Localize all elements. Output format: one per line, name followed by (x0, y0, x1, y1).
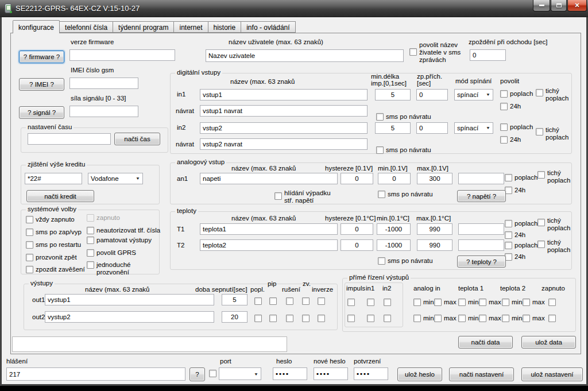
checkbox-box[interactable] (26, 266, 33, 273)
t1-max-input[interactable] (417, 223, 452, 235)
in2-24h-checkbox[interactable]: 24h (500, 136, 521, 144)
out2-time-input[interactable] (222, 311, 247, 323)
t2-extra-input[interactable] (458, 239, 504, 251)
out1-ruseni-checkbox[interactable] (286, 297, 293, 305)
checkbox-box[interactable] (523, 299, 530, 306)
in2-poplach-checkbox[interactable]: poplach (500, 123, 533, 131)
voltage-query-button[interactable]: ? napětí ? (457, 190, 506, 202)
checkbox-vzdy-zapnuto[interactable]: vždy zapnuto (26, 216, 75, 223)
in2-mode-select[interactable]: spínací▼ (454, 122, 493, 134)
out2-zapnuto-checkbox[interactable] (548, 315, 556, 322)
an1-sms-checkbox[interactable]: sms po návratu (378, 191, 433, 198)
in2-minlen-input[interactable] (375, 122, 411, 134)
out2-popl-checkbox[interactable] (254, 315, 262, 322)
out1-time-input[interactable] (222, 294, 247, 305)
an1-max-input[interactable] (417, 173, 452, 184)
port-select[interactable]: ▼ (219, 367, 261, 380)
checkbox-box[interactable] (26, 254, 33, 261)
checkbox-jednoduche-prozvoneni[interactable]: jednoduché prozvonění (87, 261, 137, 276)
in2-zp-input[interactable] (416, 122, 448, 134)
t2-24h-checkbox[interactable]: 24h (505, 253, 525, 261)
t1-min-input[interactable] (377, 223, 411, 235)
checkbox-sms-po-zap-vyp[interactable]: sms po zap/vyp (26, 229, 82, 236)
exit-delay-input[interactable] (470, 49, 506, 61)
in1-24h-checkbox[interactable]: 24h (500, 103, 521, 110)
checkbox-box[interactable] (87, 249, 94, 257)
checkbox-box[interactable] (376, 146, 384, 154)
in1-poplach-checkbox[interactable]: poplach (500, 90, 533, 98)
checkbox-box[interactable] (500, 136, 508, 144)
checkbox-box[interactable] (537, 171, 545, 179)
load-data-button[interactable]: načti data (458, 336, 513, 349)
out1-name-input[interactable] (45, 294, 214, 305)
checkbox-box[interactable] (26, 241, 33, 249)
credit-code-input[interactable] (25, 173, 82, 184)
out2-inverze-checkbox[interactable] (318, 315, 325, 322)
out1-teplota1-min-checkbox[interactable]: min (458, 299, 479, 306)
checkbox-prozvonit-zpet[interactable]: prozvonit zpět (26, 254, 77, 261)
tab-telefonni-cisla[interactable]: telefonní čísla (60, 21, 113, 33)
out1-popl-checkbox[interactable] (254, 297, 262, 305)
t1-tichy-poplach-checkbox[interactable]: tichý poplach (537, 217, 572, 232)
out2-in2-checkbox[interactable] (384, 315, 391, 322)
minimize-button[interactable] (533, 0, 550, 11)
load-settings-button[interactable]: načti nastavení (449, 367, 514, 381)
t2-hyst-input[interactable] (341, 239, 373, 251)
return2-name-input[interactable] (200, 138, 368, 150)
out2-analog-max-checkbox[interactable]: max (434, 315, 457, 322)
an1-extra-input[interactable] (458, 173, 504, 184)
tab-konfigurace[interactable]: konfigurace (13, 20, 60, 33)
checkbox-user-name-in-sms[interactable]: povolit název živatele v sms zprávách (409, 41, 466, 64)
checkbox-box[interactable] (502, 299, 509, 306)
out2-zv-checkbox[interactable] (302, 315, 310, 322)
checkbox-box[interactable] (505, 220, 512, 227)
t2-poplach-checkbox[interactable]: poplach (505, 242, 537, 249)
checkbox-box[interactable] (537, 219, 545, 226)
checkbox-neautorizovat[interactable]: neautorizovat tlf. čísla (87, 227, 160, 234)
checkbox-sms-po-restartu[interactable]: sms po restartu (26, 241, 81, 249)
out1-teplota2-max-checkbox[interactable]: max (523, 299, 545, 306)
checkbox-box[interactable] (502, 315, 509, 322)
time-input[interactable] (28, 133, 111, 145)
checkbox-box[interactable] (505, 231, 512, 239)
out1-teplota1-max-checkbox[interactable]: max (479, 299, 501, 306)
out1-analog-min-checkbox[interactable]: min (413, 299, 434, 306)
t2-tichy-poplach-checkbox[interactable]: tichý poplach (537, 239, 572, 254)
checkbox-box[interactable] (500, 90, 508, 98)
checkbox-zpozdit-zaveseni[interactable]: zpozdit zavěšení (26, 266, 85, 273)
checkbox-pamatovat-vystupy[interactable]: pamatovat výstupy (87, 237, 152, 244)
checkbox-box[interactable] (87, 261, 94, 269)
out1-in2-checkbox[interactable] (384, 299, 391, 306)
save-data-button[interactable]: ulož data (521, 336, 576, 349)
user-name-input[interactable] (206, 49, 404, 62)
checkbox-box[interactable] (376, 113, 384, 121)
out2-ruseni-checkbox[interactable] (286, 315, 293, 322)
checkbox-box[interactable] (458, 315, 466, 322)
imei-input[interactable] (69, 78, 138, 89)
imei-query-button[interactable]: ? IMEI ? (19, 78, 64, 91)
tab-tydenni-program[interactable]: týdenní program (113, 21, 174, 33)
checkbox-box[interactable] (434, 315, 442, 322)
out1-zapnuto-checkbox[interactable] (548, 299, 556, 306)
out1-pip-checkbox[interactable] (269, 297, 277, 305)
signal-input[interactable] (69, 106, 138, 117)
t1-poplach-checkbox[interactable]: poplach (505, 220, 537, 227)
an1-min-input[interactable] (378, 173, 411, 184)
t2-name-input[interactable] (200, 239, 338, 251)
in1-tichy-poplach-checkbox[interactable]: tichý poplach (536, 87, 571, 102)
out2-teplota2-max-checkbox[interactable]: max (523, 315, 545, 322)
checkbox-box[interactable] (87, 237, 94, 244)
tab-historie[interactable]: historie (208, 21, 242, 33)
out2-analog-min-checkbox[interactable]: min (413, 315, 434, 322)
checkbox-box[interactable] (505, 174, 512, 181)
tab-info-ovladani[interactable]: info - ovládání (241, 21, 295, 33)
an1-24h-checkbox[interactable]: 24h (505, 187, 525, 194)
in1-mode-select[interactable]: spínací▼ (454, 89, 493, 100)
firmware-input[interactable] (69, 49, 175, 61)
checkbox-box[interactable] (479, 315, 486, 322)
out1-in1-checkbox[interactable] (367, 299, 374, 306)
out2-pip-checkbox[interactable] (269, 315, 277, 322)
in2-tichy-poplach-checkbox[interactable]: tichý poplach (536, 126, 571, 141)
checkbox-box[interactable] (500, 123, 508, 131)
out2-teplota1-min-checkbox[interactable]: min (458, 315, 479, 322)
